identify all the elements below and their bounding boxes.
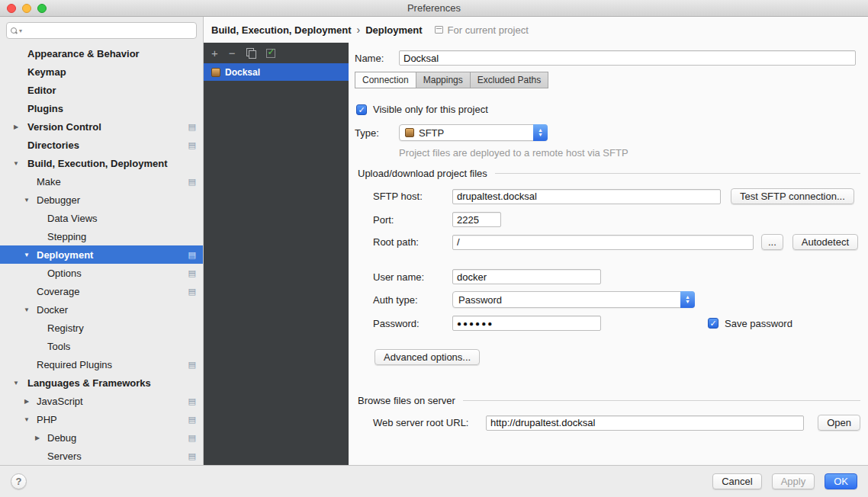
cancel-button[interactable]: Cancel [712, 473, 761, 489]
visible-only-checkbox[interactable]: ✓ [356, 104, 367, 115]
type-select[interactable]: SFTP ▲▼ [399, 124, 548, 141]
settings-sidebar: ▾ Appearance & Behavior Keymap Editor Pl… [0, 17, 204, 465]
breadcrumb-separator-icon: › [356, 24, 360, 36]
sidebar-item-keymap[interactable]: Keymap [0, 63, 203, 81]
sidebar-item-options[interactable]: Options▤ [0, 264, 203, 282]
chevron-right-icon[interactable]: ▶ [33, 434, 42, 441]
name-label: Name: [355, 53, 399, 64]
visible-only-label: Visible only for this project [373, 104, 488, 115]
server-list-item-docksal[interactable]: Docksal [204, 63, 349, 81]
password-input[interactable] [452, 316, 601, 331]
sftp-icon [405, 128, 414, 137]
sidebar-item-required-plugins[interactable]: Required Plugins▤ [0, 355, 203, 374]
web-root-input[interactable] [486, 415, 804, 431]
password-label: Password: [373, 318, 452, 329]
upload-section-header: Upload/download project files [358, 168, 860, 179]
breadcrumb: Build, Execution, Deployment › Deploymen… [204, 17, 868, 43]
use-as-default-button[interactable]: ✓ [266, 49, 275, 58]
sidebar-item-languages-frameworks[interactable]: ▼Languages & Frameworks [0, 374, 203, 392]
section-divider [495, 173, 860, 174]
sidebar-item-data-views[interactable]: Data Views [0, 209, 203, 227]
test-sftp-connection-button[interactable]: Test SFTP connection... [731, 188, 854, 204]
copy-server-button[interactable] [246, 48, 256, 58]
sidebar-item-version-control[interactable]: ▶Version Control▤ [0, 117, 203, 136]
ok-button[interactable]: OK [825, 473, 857, 489]
open-button[interactable]: Open [818, 415, 860, 431]
check-icon: ✓ [268, 46, 275, 57]
port-input[interactable] [452, 212, 501, 227]
sidebar-item-debugger[interactable]: ▼Debugger [0, 191, 203, 209]
settings-search-field[interactable]: ▾ [6, 22, 197, 39]
advanced-options-button[interactable]: Advanced options... [375, 349, 480, 365]
sidebar-item-deployment[interactable]: ▼Deployment▤ [0, 245, 203, 264]
help-button[interactable]: ? [11, 473, 27, 489]
traffic-lights [7, 4, 47, 13]
server-name: Docksal [225, 67, 260, 78]
sidebar-item-registry[interactable]: Registry [0, 319, 203, 337]
chevron-down-icon[interactable]: ▼ [11, 160, 21, 167]
sidebar-item-docker[interactable]: ▼Docker [0, 300, 203, 319]
window-title: Preferences [407, 2, 461, 14]
settings-tree: Appearance & Behavior Keymap Editor Plug… [0, 44, 203, 465]
browse-root-path-button[interactable]: ... [761, 234, 783, 250]
sidebar-item-debug[interactable]: ▶Debug▤ [0, 428, 203, 447]
sidebar-item-appearance-behavior[interactable]: Appearance & Behavior [0, 44, 203, 63]
minimize-button[interactable] [22, 4, 31, 13]
remove-server-button[interactable]: − [229, 47, 236, 59]
close-button[interactable] [7, 4, 16, 13]
chevron-down-icon[interactable]: ▼ [11, 380, 21, 386]
title-bar: Preferences [0, 0, 868, 17]
current-project-icon [435, 26, 443, 34]
chevron-right-icon[interactable]: ▶ [11, 123, 21, 130]
sidebar-item-javascript[interactable]: ▶JavaScript▤ [0, 392, 203, 410]
sidebar-item-plugins[interactable]: Plugins [0, 99, 203, 117]
tab-mappings[interactable]: Mappings [416, 72, 471, 88]
auth-type-select[interactable]: Password ▲▼ [452, 291, 695, 308]
dialog-footer: ? Cancel Apply OK [0, 465, 868, 497]
root-path-label: Root path: [373, 236, 452, 248]
tab-excluded-paths[interactable]: Excluded Paths [470, 72, 548, 88]
sidebar-item-make[interactable]: Make▤ [0, 172, 203, 191]
sidebar-item-stepping[interactable]: Stepping [0, 227, 203, 245]
chevron-down-icon[interactable]: ▼ [22, 416, 31, 423]
project-settings-icon: ▤ [188, 360, 196, 370]
web-root-label: Web server root URL: [373, 417, 486, 428]
user-name-label: User name: [373, 271, 452, 283]
tab-connection[interactable]: Connection [355, 72, 416, 88]
chevron-down-icon[interactable]: ▼ [22, 252, 31, 258]
search-input[interactable] [24, 25, 192, 37]
add-server-button[interactable]: + [211, 47, 218, 59]
sftp-host-input[interactable] [452, 189, 721, 204]
apply-button[interactable]: Apply [772, 473, 815, 489]
search-options-chevron-icon[interactable]: ▾ [19, 27, 22, 34]
chevron-down-icon[interactable]: ▼ [22, 306, 31, 313]
project-settings-icon: ▤ [188, 122, 196, 132]
project-settings-icon: ▤ [188, 268, 196, 278]
project-settings-icon: ▤ [188, 177, 196, 187]
autodetect-button[interactable]: Autodetect [792, 234, 858, 250]
save-password-label: Save password [725, 318, 792, 329]
sidebar-item-php[interactable]: ▼PHP▤ [0, 410, 203, 428]
root-path-input[interactable] [452, 235, 754, 250]
sidebar-item-build-execution-deployment[interactable]: ▼Build, Execution, Deployment [0, 154, 203, 172]
project-settings-icon: ▤ [188, 140, 196, 150]
chevron-right-icon[interactable]: ▶ [22, 398, 31, 405]
save-password-checkbox[interactable]: ✓ [708, 318, 719, 329]
project-settings-icon: ▤ [188, 250, 196, 260]
deployment-form: Name: Connection Mappings Excluded Paths… [349, 43, 868, 465]
dropdown-arrows-icon: ▲▼ [533, 124, 548, 141]
user-name-input[interactable] [452, 269, 601, 284]
sidebar-item-directories[interactable]: Directories▤ [0, 136, 203, 154]
dropdown-arrows-icon: ▲▼ [680, 291, 695, 308]
sidebar-item-tools[interactable]: Tools [0, 337, 203, 355]
sidebar-item-servers[interactable]: Servers▤ [0, 447, 203, 465]
server-toolbar: + − ✓ [204, 43, 349, 63]
sidebar-item-coverage[interactable]: Coverage▤ [0, 282, 203, 300]
project-settings-icon: ▤ [188, 451, 196, 461]
sidebar-item-editor[interactable]: Editor [0, 81, 203, 99]
zoom-button[interactable] [37, 4, 47, 13]
name-input[interactable] [399, 50, 856, 66]
chevron-down-icon[interactable]: ▼ [22, 197, 31, 204]
project-settings-icon: ▤ [188, 396, 196, 406]
sftp-host-label: SFTP host: [373, 191, 452, 202]
